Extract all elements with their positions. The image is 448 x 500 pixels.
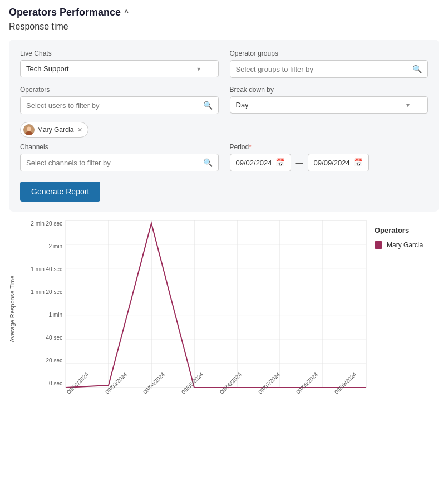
period-label: Period* [230,143,429,151]
y-tick-4: 1 min 20 sec [18,289,62,295]
calendar-to-icon[interactable]: 📅 [353,158,363,167]
live-chats-label: Live Chats [20,50,219,57]
filter-card: Live Chats Tech Support ▾ Operator group… [9,40,439,212]
operator-groups-search-icon: 🔍 [412,65,422,73]
title-text: Operators Performance [9,7,121,18]
legend-title: Operators [375,226,431,234]
operator-tag-remove[interactable]: ✕ [77,126,82,134]
channels-label: Channels [20,143,219,151]
operator-tag-name: Mary Garcia [37,126,73,134]
operators-search-icon: 🔍 [203,101,213,110]
chart-with-y: 2 min 20 sec 2 min 1 min 40 sec 1 min 20… [18,220,367,388]
legend-label-mary: Mary Garcia [387,241,423,249]
y-tick-7: 2 min 20 sec [18,220,62,227]
collapse-chevron[interactable]: ^ [124,8,129,17]
breakdown-group: Break down by Day ▾ [230,86,429,114]
page-title: Operators Performance ^ [9,7,439,18]
y-tick-6: 2 min [18,243,62,249]
y-axis-label: Average Response Time [9,220,16,397]
operators-label: Operators [20,86,219,94]
operator-groups-group: Operator groups 🔍 [230,50,429,78]
chart-area: 2 min 20 sec 2 min 1 min 40 sec 1 min 20… [18,220,367,397]
operators-group: Operators 🔍 [20,86,219,114]
y-tick-1: 20 sec [18,357,62,364]
date-to-value: 09/09/2024 [314,159,350,167]
mary-garcia-line [66,223,366,388]
chart-and-legend: 2 min 20 sec 2 min 1 min 40 sec 1 min 20… [18,220,439,397]
y-axis-labels: 2 min 20 sec 2 min 1 min 40 sec 1 min 20… [18,220,62,388]
filter-row-3: Channels 🔍 Period* 09/02/2024 📅 — 09/09/… [20,143,428,171]
date-to-wrap[interactable]: 09/09/2024 📅 [308,154,369,171]
x-axis-labels: 09/02/2024 09/03/2024 09/04/2024 09/05/2… [18,391,367,397]
period-required-mark: * [249,143,252,151]
channels-search-icon: 🔍 [203,158,213,167]
operators-input-wrap[interactable]: 🔍 [20,96,219,114]
breakdown-chevron-icon: ▾ [406,101,410,109]
operator-groups-label: Operator groups [230,50,429,57]
operator-groups-input[interactable] [236,65,413,73]
breakdown-select[interactable]: Day ▾ [230,96,429,114]
breakdown-value: Day [236,101,249,109]
section-subtitle: Response time [9,22,439,32]
channels-input[interactable] [26,159,203,167]
period-group: Period* 09/02/2024 📅 — 09/09/2024 📅 [230,143,429,171]
channels-group: Channels 🔍 [20,143,219,171]
date-from-value: 09/02/2024 [236,159,272,167]
live-chats-select[interactable]: Tech Support ▾ [20,60,219,77]
selected-operators-row: Mary Garcia ✕ [20,122,428,138]
filter-row-1: Live Chats Tech Support ▾ Operator group… [20,50,428,78]
date-separator: — [296,158,303,167]
avatar [23,124,35,135]
line-chart-svg [66,220,366,388]
calendar-from-icon[interactable]: 📅 [275,158,285,167]
date-range-wrap: 09/02/2024 📅 — 09/09/2024 📅 [230,154,429,171]
legend-item-mary: Mary Garcia [375,241,431,249]
date-from-wrap[interactable]: 09/02/2024 📅 [230,154,291,171]
y-tick-2: 40 sec [18,335,62,341]
operator-groups-input-wrap[interactable]: 🔍 [230,60,429,78]
breakdown-label: Break down by [230,86,429,94]
period-label-text: Period [230,143,249,151]
live-chats-group: Live Chats Tech Support ▾ [20,50,219,78]
channels-input-wrap[interactable]: 🔍 [20,154,219,171]
filter-row-2: Operators 🔍 Break down by Day ▾ [20,86,428,114]
legend-color-mary [375,241,382,249]
y-tick-0: 0 sec [18,380,62,386]
y-tick-5: 1 min 40 sec [18,266,62,272]
chart-container: Average Response Time 2 min 20 sec 2 min… [9,220,439,397]
y-tick-3: 1 min [18,312,62,318]
generate-report-button[interactable]: Generate Report [20,182,100,202]
operator-tag: Mary Garcia ✕ [20,122,88,138]
chart-inner: 2 min 20 sec 2 min 1 min 40 sec 1 min 20… [18,220,439,397]
live-chats-chevron-icon: ▾ [197,65,200,73]
live-chats-value: Tech Support [26,65,69,73]
chart-legend: Operators Mary Garcia [367,220,439,397]
svg-point-1 [27,127,31,131]
operators-input[interactable] [26,101,203,110]
